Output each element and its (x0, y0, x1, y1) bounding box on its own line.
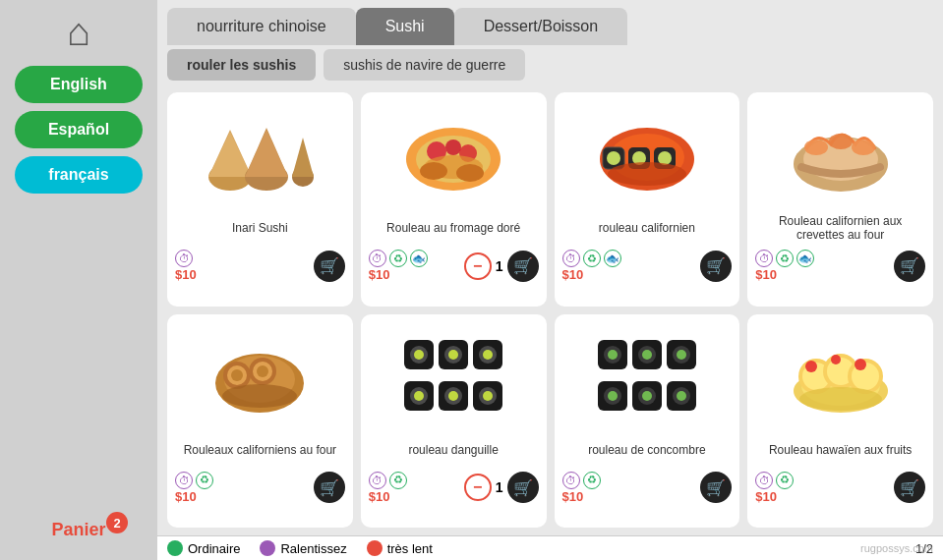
quantity-control-fromage: − 1 🛒 (464, 251, 539, 282)
svg-point-63 (642, 350, 652, 360)
svg-point-69 (608, 391, 618, 401)
product-name-fromage: Rouleau au fromage doré (386, 212, 520, 244)
subtab-sushis-navire[interactable]: sushis de navire de guerre (324, 49, 525, 81)
spicy-icon-four: ⏱ (175, 472, 193, 489)
product-price-four: $10 (175, 489, 213, 504)
vegan-icon-crevettes: ♻ (776, 250, 794, 267)
dot-tres-lent (367, 540, 383, 556)
add-cart-button-four[interactable]: 🛒 (314, 472, 345, 503)
product-name-concombre: rouleau de concombre (588, 434, 705, 466)
product-icons-four: ⏱ ♻ (175, 472, 213, 489)
svg-point-11 (445, 140, 461, 155)
spicy-icon-hawaien: ⏱ (755, 472, 773, 489)
add-cart-button-hawaien[interactable]: 🛒 (894, 472, 925, 503)
product-footer-hawaien: ⏱ ♻ $10 🛒 (755, 472, 925, 504)
inari-image (206, 110, 314, 198)
product-price-californien: $10 (562, 267, 621, 282)
svg-marker-5 (245, 130, 288, 177)
product-card-concombre: rouleau de concombre ⏱ ♻ $10 🛒 (555, 314, 740, 529)
cart-badge: 2 (106, 512, 128, 533)
tab-nourriture-chinoise[interactable]: nourriture chinoise (167, 8, 356, 45)
product-price-crevettes: $10 (755, 267, 814, 282)
product-card-hawaien: Rouleau hawaïen aux fruits ⏱ ♻ $10 🛒 (747, 314, 933, 529)
status-ordinaire: Ordinaire (167, 540, 240, 556)
qty-minus-fromage[interactable]: − (464, 252, 492, 280)
qty-minus-danguille[interactable]: − (464, 474, 492, 501)
vegan-icon-fromage: ♻ (389, 250, 407, 267)
product-image-concombre (562, 322, 733, 430)
home-icon[interactable]: ⌂ (67, 10, 90, 54)
add-cart-button-danguille[interactable]: 🛒 (507, 472, 539, 503)
bottom-bar: Ordinaire Ralentissez très lent 1/2 (157, 535, 943, 560)
product-image-four (175, 322, 345, 430)
add-cart-button-californien[interactable]: 🛒 (700, 251, 732, 282)
svg-marker-7 (292, 138, 314, 177)
cart-area: 2 Panier (8, 520, 149, 550)
sidebar: ⌂ English Español français 2 Panier (0, 0, 157, 560)
product-image-danguille (369, 322, 539, 430)
vegan-icon-danguille: ♻ (389, 472, 407, 489)
status-tres-lent: très lent (367, 540, 433, 556)
add-cart-button-fromage[interactable]: 🛒 (507, 251, 539, 282)
product-name-four: Rouleaux californiens au four (184, 434, 336, 466)
product-price-concombre: $10 (562, 489, 601, 504)
dot-ordinaire (167, 540, 183, 556)
svg-point-60 (608, 350, 618, 360)
qty-count-danguille: 1 (496, 479, 503, 495)
products-grid: Inari Sushi ⏱ $10 🛒 (157, 84, 943, 535)
svg-marker-2 (208, 132, 252, 177)
product-image-inari (175, 100, 345, 208)
spicy-icon-danguille: ⏱ (369, 472, 386, 489)
product-footer-californien: ⏱ ♻ 🐟 $10 🛒 (562, 250, 733, 282)
cart-button[interactable]: Panier (51, 520, 105, 540)
svg-point-85 (831, 355, 841, 364)
product-card-fromage: Rouleau au fromage doré ⏱ ♻ 🐟 $10 − 1 🛒 (361, 92, 547, 307)
top-nav: nourriture chinoise Sushi Dessert/Boisso… (157, 0, 943, 45)
svg-point-86 (855, 359, 866, 370)
label-tres-lent: très lent (387, 541, 433, 556)
add-cart-button-concombre[interactable]: 🛒 (700, 472, 732, 503)
spicy-icon-fromage: ⏱ (369, 250, 386, 267)
lang-francais-button[interactable]: français (15, 156, 143, 194)
product-icons-concombre: ⏱ ♻ (562, 472, 601, 489)
danguille-image (399, 332, 507, 420)
svg-point-87 (799, 387, 882, 411)
product-footer-inari: ⏱ $10 🛒 (175, 250, 345, 282)
svg-point-14 (420, 162, 447, 180)
quantity-control-danguille: − 1 🛒 (464, 472, 539, 503)
tab-dessert-boisson[interactable]: Dessert/Boisson (454, 8, 628, 45)
product-card-danguille: rouleau danguille ⏱ ♻ $10 − 1 🛒 (361, 314, 547, 529)
lang-espanol-button[interactable]: Español (15, 111, 143, 148)
product-icons-californien: ⏱ ♻ 🐟 (562, 250, 621, 267)
product-price-inari: $10 (175, 267, 197, 282)
add-cart-button-inari[interactable]: 🛒 (314, 251, 345, 282)
svg-point-35 (231, 369, 243, 381)
spicy-icon-californien: ⏱ (562, 250, 580, 267)
concombre-image (593, 332, 701, 420)
status-ralentissez: Ralentissez (260, 540, 346, 556)
product-image-californien (562, 100, 733, 208)
tab-sushi[interactable]: Sushi (356, 8, 454, 45)
subtab-rouler-les-sushis[interactable]: rouler les sushis (167, 49, 316, 81)
gluten-icon-crevettes: 🐟 (796, 250, 814, 267)
product-price-danguille: $10 (369, 489, 407, 504)
lang-english-button[interactable]: English (15, 66, 143, 103)
product-price-fromage: $10 (369, 267, 428, 282)
product-footer-concombre: ⏱ ♻ $10 🛒 (562, 472, 733, 504)
californien-image (593, 110, 701, 198)
product-name-danguille: rouleau danguille (408, 434, 498, 466)
four-image (206, 332, 314, 420)
add-cart-button-crevettes[interactable]: 🛒 (894, 251, 925, 282)
product-icons-inari: ⏱ (175, 250, 197, 267)
product-icons-fromage: ⏱ ♻ 🐟 (369, 250, 428, 267)
qty-count-fromage: 1 (496, 258, 503, 274)
svg-point-66 (677, 350, 686, 360)
product-name-crevettes: Rouleau californien aux crevettes au fou… (755, 212, 925, 244)
app-container: ⌂ English Español français 2 Panier nour… (0, 0, 943, 560)
product-price-hawaien: $10 (755, 489, 794, 504)
product-card-californien: rouleau californien ⏱ ♻ 🐟 $10 🛒 (555, 92, 740, 307)
label-ordinaire: Ordinaire (188, 541, 240, 556)
svg-point-72 (642, 391, 652, 401)
watermark: rugpossys.com (860, 542, 933, 554)
fromage-image (399, 110, 507, 198)
